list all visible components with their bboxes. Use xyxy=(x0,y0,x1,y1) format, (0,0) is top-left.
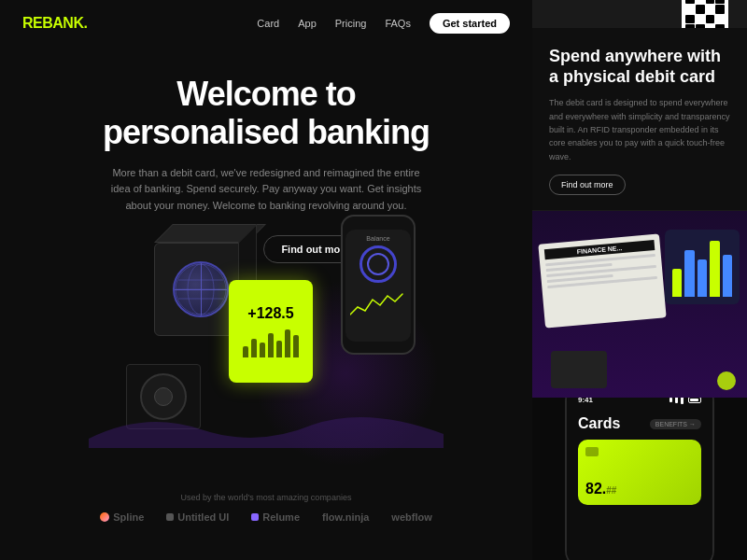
phone-time: 9:41 xyxy=(578,398,593,404)
signal-bar xyxy=(669,398,672,402)
neon-value: +128.5 xyxy=(247,305,293,322)
hero-title-line2: personalised banking xyxy=(103,113,430,151)
chart-bar xyxy=(251,339,257,357)
chart-bar xyxy=(243,346,248,357)
signal-bar xyxy=(675,398,678,403)
debit-card-title: Spend anywhere with a physical debit car… xyxy=(549,47,730,87)
debit-card-visual: 82. ## xyxy=(578,440,701,505)
webflow-logo: webflow xyxy=(391,511,431,523)
nav-cta-button[interactable]: Get started xyxy=(430,13,510,34)
nav-links: Card App Pricing FAQs Get started xyxy=(257,13,510,34)
fan-inner xyxy=(154,387,173,406)
logo: REBANK. xyxy=(22,15,87,32)
finance-newspaper: FINANCE NE... xyxy=(538,234,666,329)
card-chip xyxy=(585,447,599,456)
chart-bar xyxy=(276,341,282,357)
nav-app[interactable]: App xyxy=(298,18,317,29)
phone-balance-label: Balance xyxy=(366,235,389,242)
spline-logo: Spline xyxy=(100,511,144,523)
finance-bar xyxy=(698,259,707,297)
right-top-area xyxy=(532,0,747,28)
character-accent xyxy=(717,371,736,390)
find-out-more-button[interactable]: Find out more xyxy=(549,175,626,195)
cards-phone-screen: 9:41 Cards BENEFITS → xyxy=(567,398,712,560)
relume-logo: Relume xyxy=(251,511,300,523)
debit-card-section: Spend anywhere with a physical debit car… xyxy=(532,28,747,211)
battery-fill xyxy=(690,399,698,401)
untitled-ui-icon xyxy=(166,513,174,521)
signal-bar xyxy=(681,398,684,404)
newspaper-lines xyxy=(545,254,657,288)
finance-illustration-area: FINANCE NE... xyxy=(532,211,747,398)
trusted-label: Used by the world's most amazing compani… xyxy=(0,493,532,502)
neon-card: +128.5 xyxy=(229,280,313,383)
battery-icon xyxy=(688,398,701,403)
spline-icon xyxy=(100,512,109,522)
chart-bars xyxy=(243,329,299,357)
flow-ninja-logo: flow.ninja xyxy=(322,511,369,523)
qr-code-preview xyxy=(682,0,728,28)
nav-faqs[interactable]: FAQs xyxy=(385,18,411,29)
finance-bar xyxy=(723,255,732,297)
nav-card[interactable]: Card xyxy=(257,18,279,29)
phone-status-bar: 9:41 xyxy=(578,398,701,404)
phone-screen: Balance xyxy=(345,230,411,342)
phone-bottom-area: 9:41 Cards BENEFITS → xyxy=(532,398,747,560)
card-partial-amount: 82. xyxy=(585,481,606,497)
finance-bar xyxy=(684,250,694,297)
trusted-logos-row: Spline Untitled UI Relume flow.ninja web… xyxy=(0,511,532,523)
chart-bar xyxy=(293,335,299,357)
cards-phone-mockup: 9:41 Cards BENEFITS → xyxy=(565,398,714,560)
chart-bar xyxy=(260,343,265,357)
untitled-ui-logo: Untitled UI xyxy=(166,511,229,523)
cards-title: Cards xyxy=(578,415,620,432)
finance-device xyxy=(551,351,607,388)
phone-status-icons xyxy=(669,398,701,404)
trusted-section: Used by the world's most amazing compani… xyxy=(0,493,532,523)
phone-mockup: Balance xyxy=(341,215,416,355)
card-amount-row: 82. ## xyxy=(585,481,694,497)
hero-title-line1: Welcome to xyxy=(176,75,355,113)
finance-bar xyxy=(710,241,719,297)
hero-illustration: +128.5 Balance xyxy=(89,205,444,448)
phone-circle-gauge xyxy=(359,245,397,283)
brand-name: REBANK xyxy=(22,15,83,31)
chart-bar xyxy=(285,329,290,357)
finance-chart xyxy=(665,230,740,304)
card-cents: ## xyxy=(606,485,616,496)
right-panel: Spend anywhere with a physical debit car… xyxy=(532,0,747,560)
nav-pricing[interactable]: Pricing xyxy=(335,18,367,29)
phone-header-row: Cards BENEFITS → xyxy=(578,415,701,432)
debit-card-description: The debit card is designed to spend ever… xyxy=(549,96,730,163)
relume-icon xyxy=(251,513,259,521)
chart-bar xyxy=(268,333,274,357)
wave-accent xyxy=(89,411,444,448)
navbar: REBANK. Card App Pricing FAQs Get starte… xyxy=(0,0,532,47)
globe-icon xyxy=(173,261,229,317)
hero-title: Welcome to personalised banking xyxy=(56,75,476,152)
main-panel: REBANK. Card App Pricing FAQs Get starte… xyxy=(0,0,532,560)
brand-dot: . xyxy=(83,15,87,31)
benefits-badge: BENEFITS → xyxy=(650,419,701,429)
finance-bar xyxy=(672,269,682,297)
